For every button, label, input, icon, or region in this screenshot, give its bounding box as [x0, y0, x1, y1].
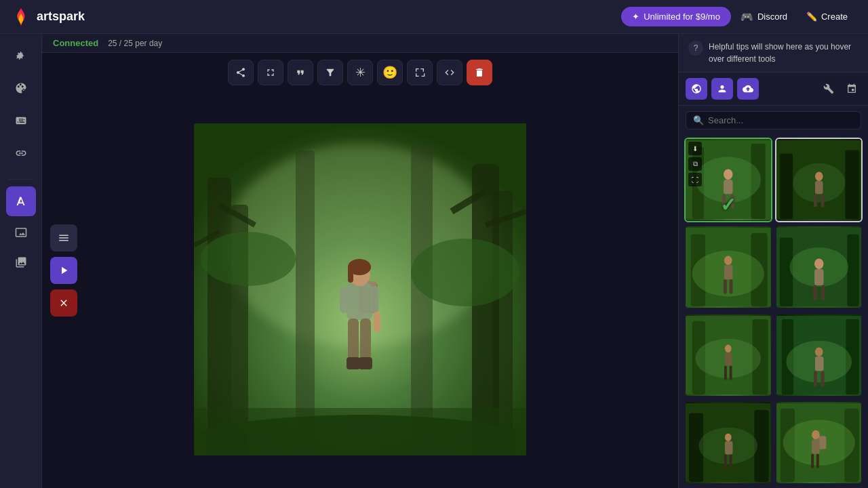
filter-button[interactable] — [317, 60, 343, 85]
thumbnail-item-3[interactable] — [684, 225, 772, 310]
svg-rect-93 — [816, 453, 818, 468]
link-button[interactable] — [7, 140, 35, 167]
svg-rect-82 — [725, 441, 733, 454]
main-layout: Connected 25 / 25 per day ✳ — [0, 34, 868, 488]
thumb-action-expand-1[interactable]: ⛶ — [688, 173, 702, 186]
svg-rect-84 — [730, 454, 732, 468]
thumbnail-item-2[interactable] — [775, 138, 863, 222]
svg-point-81 — [725, 433, 732, 441]
connected-status: Connected — [53, 38, 98, 48]
svg-rect-27 — [347, 357, 360, 369]
svg-rect-58 — [814, 269, 823, 285]
thumbnail-item-6[interactable] — [775, 313, 863, 398]
logo-icon — [11, 7, 31, 27]
floating-buttons — [50, 224, 77, 317]
svg-rect-28 — [359, 357, 372, 369]
palette-button[interactable] — [7, 75, 35, 102]
image-layer-button[interactable] — [7, 219, 35, 246]
svg-rect-43 — [814, 194, 817, 207]
right-panel-icon-row — [679, 73, 868, 106]
person-icon-button[interactable] — [711, 78, 733, 100]
thumbnail-item-5[interactable] — [684, 313, 772, 398]
right-panel: ? Helpful tips will show here as you hov… — [678, 34, 868, 488]
search-input[interactable] — [708, 115, 854, 125]
share-button[interactable] — [228, 60, 254, 85]
svg-rect-39 — [845, 150, 859, 219]
svg-rect-59 — [813, 285, 817, 300]
canvas-container: ✳ 🙂 — [42, 53, 678, 488]
thumb-actions-1: ⬇ ⧉ ⛶ — [688, 142, 702, 186]
checkmark-overlay-1: ✓ — [720, 194, 736, 216]
thumbnail-grid: ✓ ⬇ ⧉ ⛶ — [679, 135, 868, 488]
svg-rect-51 — [724, 280, 727, 294]
search-bar: 🔍 — [686, 111, 861, 129]
canvas-settings-button[interactable] — [50, 224, 77, 251]
svg-rect-38 — [779, 153, 792, 219]
gallery-button[interactable] — [7, 249, 35, 276]
canvas-image-area — [42, 91, 678, 488]
pin-icon-button[interactable] — [842, 79, 861, 98]
keyboard-button[interactable] — [7, 107, 35, 134]
asterisk-button[interactable]: ✳ — [347, 60, 373, 85]
create-button[interactable]: ✏️ Create — [797, 7, 857, 26]
wrench-icon-button[interactable] — [819, 79, 838, 98]
svg-rect-42 — [814, 181, 823, 194]
discord-icon: 🎮 — [741, 11, 753, 23]
svg-rect-22 — [340, 286, 348, 313]
main-canvas-image — [194, 123, 526, 455]
svg-rect-18 — [347, 283, 372, 320]
svg-rect-52 — [730, 280, 733, 294]
svg-rect-83 — [724, 454, 727, 468]
fullscreen-button[interactable] — [407, 60, 433, 85]
left-sidebar — [0, 34, 42, 488]
status-bar: Connected 25 / 25 per day — [42, 34, 678, 53]
canvas-toolbar: ✳ 🙂 — [42, 53, 678, 91]
canvas-play-button[interactable] — [50, 257, 77, 284]
svg-rect-92 — [811, 453, 814, 468]
svg-rect-55 — [847, 235, 859, 306]
svg-rect-25 — [348, 319, 359, 359]
globe-icon-button[interactable] — [686, 78, 707, 100]
code-button[interactable] — [437, 60, 462, 85]
svg-point-65 — [725, 344, 732, 352]
unlimited-button[interactable]: ✦ Unlimited for $9/mo — [621, 7, 731, 26]
thumb-action-download-1[interactable]: ⬇ — [688, 142, 702, 155]
thumbnail-item-7[interactable] — [684, 401, 772, 485]
thumb-action-copy-1[interactable]: ⧉ — [688, 157, 702, 171]
quote-button[interactable] — [288, 60, 313, 85]
svg-rect-24 — [374, 312, 380, 332]
thumbnail-item-1[interactable]: ✓ ⬇ ⧉ ⛶ — [684, 138, 772, 222]
settings-button[interactable] — [7, 42, 35, 69]
svg-rect-76 — [821, 371, 824, 386]
expand-button[interactable] — [258, 60, 283, 85]
svg-rect-91 — [812, 439, 820, 453]
center-area: Connected 25 / 25 per day ✳ — [42, 34, 678, 488]
delete-button[interactable] — [467, 60, 492, 85]
svg-point-12 — [201, 232, 296, 286]
logo-area: artspark — [11, 7, 85, 27]
svg-rect-74 — [814, 356, 823, 370]
svg-point-49 — [724, 256, 732, 266]
quota-display: 25 / 25 per day — [108, 39, 162, 48]
discord-button[interactable]: 🎮 Discord — [731, 6, 797, 28]
svg-rect-44 — [821, 194, 824, 207]
svg-point-33 — [724, 169, 733, 180]
spark-icon: ✦ — [632, 12, 639, 22]
thumbnail-item-8[interactable] — [775, 401, 863, 485]
text-tool-button[interactable] — [6, 186, 36, 216]
svg-rect-15 — [194, 408, 526, 455]
svg-rect-66 — [725, 352, 732, 365]
tips-text: Helpful tips will show here as you hover… — [709, 41, 859, 65]
thumbnail-item-4[interactable] — [775, 225, 863, 310]
upload-icon-button[interactable] — [737, 78, 759, 100]
svg-point-41 — [814, 171, 823, 181]
search-icon: 🔍 — [693, 115, 704, 125]
svg-rect-23 — [371, 286, 379, 313]
svg-point-13 — [411, 239, 519, 306]
pen-icon: ✏️ — [806, 12, 817, 22]
emoji-button[interactable]: 🙂 — [377, 60, 403, 85]
top-navigation: artspark ✦ Unlimited for $9/mo 🎮 Discord… — [0, 0, 868, 34]
svg-rect-26 — [360, 319, 371, 359]
svg-point-90 — [812, 430, 820, 439]
canvas-close-button[interactable] — [50, 289, 77, 317]
